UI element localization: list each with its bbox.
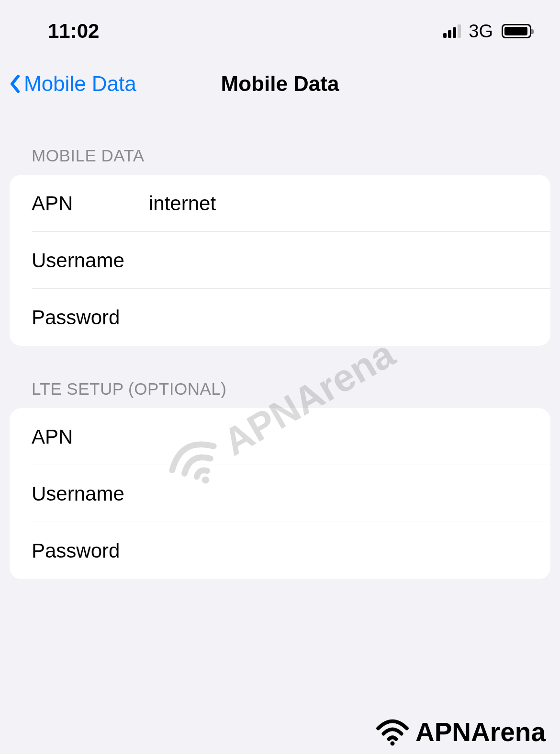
page-title: Mobile Data: [221, 72, 339, 96]
back-label: Mobile Data: [24, 72, 136, 96]
input-apn[interactable]: [149, 192, 528, 215]
section-header-lte-setup: LTE SETUP (OPTIONAL): [10, 379, 550, 399]
chevron-left-icon: [10, 75, 20, 93]
label-apn: APN: [32, 192, 149, 215]
row-password[interactable]: Password: [10, 289, 550, 346]
nav-bar: Mobile Data Mobile Data: [0, 67, 560, 101]
row-lte-password[interactable]: Password: [10, 522, 550, 579]
row-apn[interactable]: APN: [10, 175, 550, 232]
wifi-icon: [373, 718, 412, 746]
input-password[interactable]: [149, 306, 528, 329]
section-header-mobile-data: MOBILE DATA: [10, 146, 550, 165]
input-lte-apn[interactable]: [149, 425, 528, 448]
network-type: 3G: [469, 21, 493, 42]
row-lte-apn[interactable]: APN: [10, 408, 550, 465]
label-lte-password: Password: [32, 539, 149, 562]
status-bar: 11:02 3G: [0, 0, 560, 43]
watermark-text: APNArena: [415, 717, 546, 747]
status-indicators: 3G: [443, 21, 531, 42]
row-lte-username[interactable]: Username: [10, 465, 550, 522]
input-lte-password[interactable]: [149, 539, 528, 562]
label-lte-apn: APN: [32, 425, 149, 448]
label-username: Username: [32, 249, 149, 272]
status-time: 11:02: [48, 20, 99, 43]
input-username[interactable]: [149, 249, 528, 272]
input-lte-username[interactable]: [149, 482, 528, 505]
content: MOBILE DATA APN Username Password LTE SE…: [0, 146, 560, 579]
label-lte-username: Username: [32, 482, 149, 505]
battery-icon: [502, 24, 531, 38]
row-username[interactable]: Username: [10, 232, 550, 289]
group-mobile-data: APN Username Password: [10, 175, 550, 346]
signal-icon: [443, 24, 461, 38]
svg-point-1: [390, 742, 394, 746]
group-lte-setup: APN Username Password: [10, 408, 550, 579]
watermark-bottom: APNArena: [373, 717, 546, 747]
label-password: Password: [32, 306, 149, 329]
back-button[interactable]: Mobile Data: [10, 72, 136, 96]
